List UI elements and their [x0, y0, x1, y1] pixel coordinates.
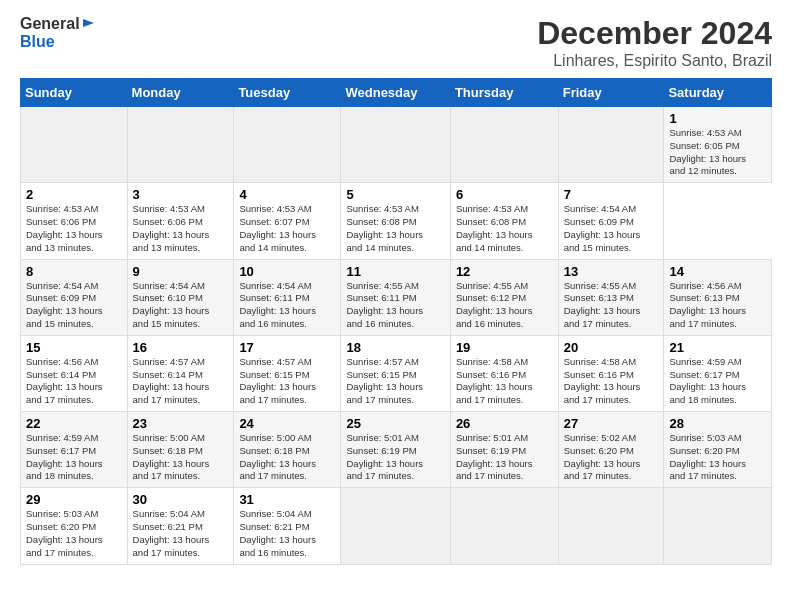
table-cell: 25Sunrise: 5:01 AM Sunset: 6:19 PM Dayli… — [341, 412, 450, 488]
table-cell: 23Sunrise: 5:00 AM Sunset: 6:18 PM Dayli… — [127, 412, 234, 488]
table-cell: 1Sunrise: 4:53 AM Sunset: 6:05 PM Daylig… — [664, 107, 772, 183]
day-info: Sunrise: 4:57 AM Sunset: 6:15 PM Dayligh… — [346, 356, 444, 407]
day-info: Sunrise: 4:53 AM Sunset: 6:08 PM Dayligh… — [346, 203, 444, 254]
day-number: 25 — [346, 416, 444, 431]
day-info: Sunrise: 4:59 AM Sunset: 6:17 PM Dayligh… — [26, 432, 122, 483]
day-number: 10 — [239, 264, 335, 279]
table-cell: 10Sunrise: 4:54 AM Sunset: 6:11 PM Dayli… — [234, 259, 341, 335]
day-info: Sunrise: 5:00 AM Sunset: 6:18 PM Dayligh… — [239, 432, 335, 483]
day-info: Sunrise: 5:03 AM Sunset: 6:20 PM Dayligh… — [669, 432, 766, 483]
calendar-week-2: 2Sunrise: 4:53 AM Sunset: 6:06 PM Daylig… — [21, 183, 772, 259]
table-cell: 24Sunrise: 5:00 AM Sunset: 6:18 PM Dayli… — [234, 412, 341, 488]
day-info: Sunrise: 4:53 AM Sunset: 6:06 PM Dayligh… — [26, 203, 122, 254]
title-section: December 2024 Linhares, Espirito Santo, … — [537, 15, 772, 70]
header: General Blue December 2024 Linhares, Esp… — [20, 15, 772, 70]
day-number: 15 — [26, 340, 122, 355]
day-number: 19 — [456, 340, 553, 355]
table-cell: 14Sunrise: 4:56 AM Sunset: 6:13 PM Dayli… — [664, 259, 772, 335]
table-cell — [21, 107, 128, 183]
logo: General Blue — [20, 15, 95, 50]
table-cell: 22Sunrise: 4:59 AM Sunset: 6:17 PM Dayli… — [21, 412, 128, 488]
table-cell — [341, 107, 450, 183]
table-cell: 3Sunrise: 4:53 AM Sunset: 6:06 PM Daylig… — [127, 183, 234, 259]
calendar-table: Sunday Monday Tuesday Wednesday Thursday… — [20, 78, 772, 565]
col-sunday: Sunday — [21, 79, 128, 107]
day-info: Sunrise: 5:01 AM Sunset: 6:19 PM Dayligh… — [456, 432, 553, 483]
logo-general-text: General — [20, 15, 80, 33]
table-cell — [450, 107, 558, 183]
day-info: Sunrise: 4:54 AM Sunset: 6:09 PM Dayligh… — [26, 280, 122, 331]
table-cell: 5Sunrise: 4:53 AM Sunset: 6:08 PM Daylig… — [341, 183, 450, 259]
day-number: 31 — [239, 492, 335, 507]
table-cell — [234, 107, 341, 183]
page: General Blue December 2024 Linhares, Esp… — [0, 0, 792, 612]
svg-marker-0 — [83, 19, 94, 27]
day-info: Sunrise: 4:53 AM Sunset: 6:05 PM Dayligh… — [669, 127, 766, 178]
table-cell: 7Sunrise: 4:54 AM Sunset: 6:09 PM Daylig… — [558, 183, 664, 259]
day-info: Sunrise: 4:54 AM Sunset: 6:11 PM Dayligh… — [239, 280, 335, 331]
day-number: 26 — [456, 416, 553, 431]
day-info: Sunrise: 5:04 AM Sunset: 6:21 PM Dayligh… — [239, 508, 335, 559]
day-info: Sunrise: 4:53 AM Sunset: 6:08 PM Dayligh… — [456, 203, 553, 254]
day-info: Sunrise: 4:59 AM Sunset: 6:17 PM Dayligh… — [669, 356, 766, 407]
day-info: Sunrise: 4:57 AM Sunset: 6:15 PM Dayligh… — [239, 356, 335, 407]
day-number: 24 — [239, 416, 335, 431]
table-cell: 12Sunrise: 4:55 AM Sunset: 6:12 PM Dayli… — [450, 259, 558, 335]
day-number: 21 — [669, 340, 766, 355]
day-number: 8 — [26, 264, 122, 279]
table-cell: 30Sunrise: 5:04 AM Sunset: 6:21 PM Dayli… — [127, 488, 234, 564]
day-number: 27 — [564, 416, 659, 431]
table-cell: 26Sunrise: 5:01 AM Sunset: 6:19 PM Dayli… — [450, 412, 558, 488]
day-number: 2 — [26, 187, 122, 202]
calendar-week-3: 8Sunrise: 4:54 AM Sunset: 6:09 PM Daylig… — [21, 259, 772, 335]
calendar-header-row: Sunday Monday Tuesday Wednesday Thursday… — [21, 79, 772, 107]
logo-blue-text: Blue — [20, 33, 55, 51]
day-info: Sunrise: 4:57 AM Sunset: 6:14 PM Dayligh… — [133, 356, 229, 407]
table-cell: 4Sunrise: 4:53 AM Sunset: 6:07 PM Daylig… — [234, 183, 341, 259]
col-monday: Monday — [127, 79, 234, 107]
day-info: Sunrise: 5:01 AM Sunset: 6:19 PM Dayligh… — [346, 432, 444, 483]
day-info: Sunrise: 4:54 AM Sunset: 6:10 PM Dayligh… — [133, 280, 229, 331]
day-number: 13 — [564, 264, 659, 279]
table-cell — [558, 107, 664, 183]
table-cell: 19Sunrise: 4:58 AM Sunset: 6:16 PM Dayli… — [450, 335, 558, 411]
day-number: 11 — [346, 264, 444, 279]
main-title: December 2024 — [537, 15, 772, 52]
day-info: Sunrise: 5:03 AM Sunset: 6:20 PM Dayligh… — [26, 508, 122, 559]
day-number: 6 — [456, 187, 553, 202]
col-wednesday: Wednesday — [341, 79, 450, 107]
calendar-week-1: 1Sunrise: 4:53 AM Sunset: 6:05 PM Daylig… — [21, 107, 772, 183]
table-cell: 31Sunrise: 5:04 AM Sunset: 6:21 PM Dayli… — [234, 488, 341, 564]
day-number: 30 — [133, 492, 229, 507]
table-cell: 2Sunrise: 4:53 AM Sunset: 6:06 PM Daylig… — [21, 183, 128, 259]
day-info: Sunrise: 4:55 AM Sunset: 6:13 PM Dayligh… — [564, 280, 659, 331]
day-number: 23 — [133, 416, 229, 431]
col-friday: Friday — [558, 79, 664, 107]
table-cell — [558, 488, 664, 564]
day-number: 14 — [669, 264, 766, 279]
col-saturday: Saturday — [664, 79, 772, 107]
col-tuesday: Tuesday — [234, 79, 341, 107]
calendar-week-6: 29Sunrise: 5:03 AM Sunset: 6:20 PM Dayli… — [21, 488, 772, 564]
calendar-week-4: 15Sunrise: 4:56 AM Sunset: 6:14 PM Dayli… — [21, 335, 772, 411]
day-number: 17 — [239, 340, 335, 355]
table-cell — [127, 107, 234, 183]
table-cell: 6Sunrise: 4:53 AM Sunset: 6:08 PM Daylig… — [450, 183, 558, 259]
day-number: 12 — [456, 264, 553, 279]
day-info: Sunrise: 4:53 AM Sunset: 6:06 PM Dayligh… — [133, 203, 229, 254]
table-cell: 21Sunrise: 4:59 AM Sunset: 6:17 PM Dayli… — [664, 335, 772, 411]
day-info: Sunrise: 4:54 AM Sunset: 6:09 PM Dayligh… — [564, 203, 659, 254]
day-number: 29 — [26, 492, 122, 507]
day-number: 4 — [239, 187, 335, 202]
table-cell: 29Sunrise: 5:03 AM Sunset: 6:20 PM Dayli… — [21, 488, 128, 564]
day-info: Sunrise: 4:55 AM Sunset: 6:12 PM Dayligh… — [456, 280, 553, 331]
table-cell: 27Sunrise: 5:02 AM Sunset: 6:20 PM Dayli… — [558, 412, 664, 488]
table-cell — [341, 488, 450, 564]
table-cell: 17Sunrise: 4:57 AM Sunset: 6:15 PM Dayli… — [234, 335, 341, 411]
table-cell: 8Sunrise: 4:54 AM Sunset: 6:09 PM Daylig… — [21, 259, 128, 335]
table-cell: 16Sunrise: 4:57 AM Sunset: 6:14 PM Dayli… — [127, 335, 234, 411]
day-number: 9 — [133, 264, 229, 279]
day-number: 20 — [564, 340, 659, 355]
day-info: Sunrise: 4:58 AM Sunset: 6:16 PM Dayligh… — [456, 356, 553, 407]
col-thursday: Thursday — [450, 79, 558, 107]
